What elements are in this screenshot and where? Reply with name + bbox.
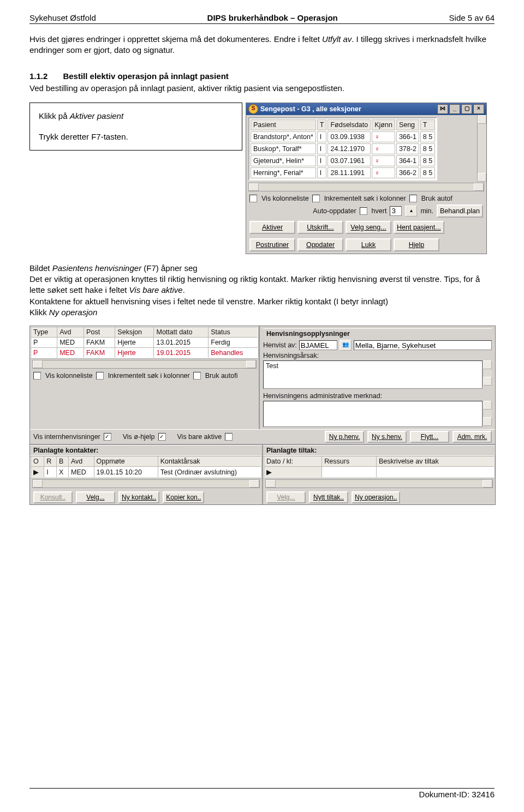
search-icon[interactable]: 👥 (340, 340, 352, 351)
horizontal-scrollbar[interactable] (32, 360, 257, 369)
bruk-autof-checkbox[interactable] (409, 195, 417, 202)
table-row[interactable]: PMEDFAKMHjerte13.01.2015Ferdig (31, 338, 258, 348)
scroll-left-icon (249, 183, 259, 191)
henvist-av-code-input[interactable] (299, 340, 337, 350)
table-row[interactable]: ▶ (264, 467, 495, 478)
behandlplan-button[interactable]: Behandl.plan (437, 204, 483, 218)
ny-operasjon-button[interactable]: Ny operasjon.. (352, 491, 400, 503)
scroll-right-icon (474, 183, 484, 191)
sengepost-window: S Sengepost - G3 , alle seksjoner ⋈ _ ▢ … (246, 103, 487, 254)
horizontal-scrollbar[interactable] (32, 479, 260, 488)
window-title: Sengepost - G3 , alle seksjoner (260, 105, 361, 113)
col-t2[interactable]: T (420, 119, 435, 130)
kontakter-table[interactable]: ORBAvdOppmøteKontaktårsak ▶ IXMED19.01.1… (30, 455, 262, 478)
header-center: DIPS brukerhåndbok – Operasjon (207, 13, 338, 22)
col-t[interactable]: T (317, 119, 327, 130)
scroll-up-icon (478, 115, 486, 124)
oppdater-button[interactable]: Oppdater (297, 238, 343, 251)
maximize-icon[interactable]: ▢ (461, 104, 472, 114)
vertical-scrollbar[interactable] (483, 401, 492, 426)
auto-oppdater-checkbox[interactable] (360, 207, 367, 215)
merknad-textarea[interactable] (263, 401, 483, 427)
section-lead: Ved bestilling av operasjon på innlagt p… (29, 83, 495, 94)
vis-internhenvisninger-checkbox[interactable] (104, 433, 111, 441)
close-icon[interactable]: × (473, 104, 484, 114)
section-number: 1.1.2 (29, 71, 47, 81)
col-fodselsdato[interactable]: Fødselsdato (327, 119, 371, 130)
henvisningsopplysninger-label: Henvisningsopplysninger (263, 328, 492, 339)
planlagte-kontakter-label: Planlagte kontakter: (30, 445, 262, 455)
vis-kolonneliste-checkbox[interactable] (249, 195, 257, 202)
document-id: Dokument-ID: 32416 (419, 790, 495, 799)
page-footer: Dokument-ID: 32416 (29, 788, 495, 799)
velg-seng-button[interactable]: Velg seng... (346, 221, 391, 234)
minimize-icon[interactable]: _ (449, 104, 460, 114)
horizontal-scrollbar[interactable] (265, 479, 493, 488)
female-icon: ♀ (372, 167, 395, 178)
female-icon: ♀ (372, 131, 395, 142)
hent-pasjent-button[interactable]: Hent pasjent... (394, 221, 444, 234)
henvisningsarsak-textarea[interactable]: Test (263, 360, 483, 389)
intro-paragraph: Hvis det gjøres endringer i opprettet sk… (29, 34, 495, 56)
header-right: Side 5 av 64 (449, 13, 495, 22)
mid-paragraph: Bildet Pasientens henvisninger (F7) åpne… (29, 263, 495, 318)
velg-tiltak-button[interactable]: Velg... (266, 491, 306, 503)
table-row[interactable]: ▶ IXMED19.01.15 10:20Test (Ordinær avslu… (31, 467, 261, 478)
henvist-av-name-input[interactable] (354, 340, 492, 350)
bruk-autofi-checkbox[interactable] (193, 372, 201, 380)
adm-mrk-button[interactable]: Adm. mrk. (452, 431, 492, 443)
henvisninger-window: TypeAvdPostSeksjonMottatt datoStatus PME… (29, 326, 496, 505)
inkrementelt-sok-checkbox[interactable] (312, 195, 320, 202)
page-header: Sykehuset Østfold DIPS brukerhåndbok – O… (29, 13, 495, 24)
window-titlebar[interactable]: S Sengepost - G3 , alle seksjoner ⋈ _ ▢ … (246, 103, 486, 115)
ny-phenv-button[interactable]: Ny p.henv. (325, 431, 364, 443)
aktiver-button[interactable]: Aktiver (249, 221, 295, 234)
hjelp-button[interactable]: Hjelp (394, 238, 439, 251)
app-icon: S (248, 104, 258, 114)
table-row[interactable]: Brandstorp*, Anton*I03.09.1938♀366-18 5 (251, 131, 435, 142)
section-title: 1.1.2Bestill elektiv operasjon på innlag… (29, 71, 495, 81)
henvisning-table[interactable]: TypeAvdPostSeksjonMottatt datoStatus PME… (30, 326, 259, 359)
patient-table[interactable]: Pasient T Fødselsdato Kjønn Seng T Brand… (248, 117, 437, 181)
col-kjonn[interactable]: Kjønn (372, 119, 395, 130)
interval-input[interactable] (390, 206, 402, 216)
ny-shenv-button[interactable]: Ny s.henv. (367, 431, 407, 443)
pin-icon[interactable]: ⋈ (437, 104, 448, 114)
flytt-button[interactable]: Flytt... (410, 431, 449, 443)
vertical-scrollbar[interactable] (477, 115, 486, 182)
kopier-kontakt-button[interactable]: Kopier kon.. (163, 491, 204, 503)
table-row[interactable]: Gjeterud*, Helin*I03.07.1961♀364-18 5 (251, 155, 435, 166)
table-row[interactable]: Herning*, Ferial*I28.11.1991♀366-28 5 (251, 167, 435, 178)
ny-kontakt-button[interactable]: Ny kontakt.. (118, 491, 159, 503)
scroll-down-icon (478, 173, 486, 182)
vertical-scrollbar[interactable] (483, 360, 492, 386)
table-row[interactable]: Buskop*, Toralf*I24.12.1970♀378-28 5 (251, 143, 435, 154)
header-left: Sykehuset Østfold (29, 13, 96, 22)
female-icon: ♀ (372, 143, 395, 154)
velg-button[interactable]: Velg... (76, 491, 115, 503)
inkrementelt-sok-checkbox[interactable] (96, 372, 104, 380)
col-pasient[interactable]: Pasient (251, 119, 316, 130)
nytt-tiltak-button[interactable]: Nytt tiltak.. (309, 491, 348, 503)
postrutiner-button[interactable]: Postrutiner (249, 238, 295, 251)
vis-ohjelp-checkbox[interactable] (158, 433, 166, 441)
vis-bare-aktive-checkbox[interactable] (225, 433, 233, 441)
tiltak-table[interactable]: Dato / kl:RessursBeskrivelse av tiltak ▶ (263, 455, 495, 478)
horizontal-scrollbar[interactable] (248, 183, 484, 191)
lukk-button[interactable]: Lukk (346, 238, 391, 251)
spinner-icon[interactable]: ▴ (405, 206, 417, 216)
utskrift-button[interactable]: Utskrift... (297, 221, 343, 234)
vis-kolonneliste-checkbox[interactable] (33, 372, 41, 380)
planlagte-tiltak-label: Planlagte tiltak: (263, 445, 495, 455)
konsult-button[interactable]: Konsult.. (33, 491, 73, 503)
table-row[interactable]: PMEDFAKMHjerte19.01.2015Behandles (31, 348, 258, 359)
col-seng[interactable]: Seng (396, 119, 419, 130)
instruction-box: Klikk på Aktiver pasient Trykk deretter … (29, 103, 242, 151)
female-icon: ♀ (372, 155, 395, 166)
